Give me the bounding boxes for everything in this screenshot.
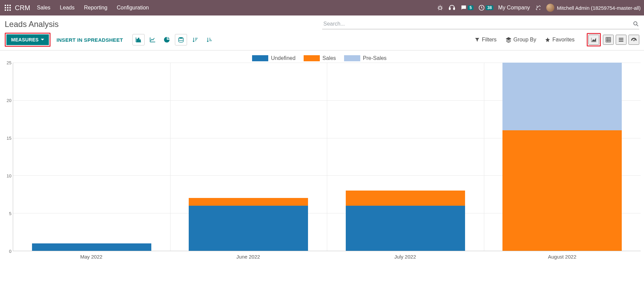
bar-column (484, 63, 641, 251)
search-icon[interactable] (633, 21, 639, 27)
pie-chart-button[interactable] (161, 34, 173, 45)
svg-rect-3 (5, 7, 6, 8)
dashboard-view-button[interactable] (628, 35, 639, 45)
pivot-view-button[interactable] (603, 35, 614, 45)
sort-desc-button[interactable] (189, 34, 201, 45)
search-input[interactable] (322, 19, 633, 29)
groupby-label: Group By (514, 37, 536, 43)
favorites-button[interactable]: Favorites (542, 35, 577, 44)
layers-icon (505, 37, 512, 43)
control-panel-bottom: MEASURES INSERT IN SPREADSHEET Filters (0, 31, 644, 50)
list-view-button[interactable] (616, 35, 626, 45)
chart-type-buttons (132, 34, 215, 45)
apps-icon[interactable] (3, 3, 12, 12)
bar-column (327, 63, 484, 251)
graph-view-button[interactable] (588, 35, 599, 45)
svg-rect-11 (454, 8, 455, 10)
filter-icon (474, 37, 480, 42)
menu-configuration[interactable]: Configuration (117, 5, 149, 11)
support-icon[interactable] (448, 4, 456, 11)
user-name: Mitchell Admin (18259754-master-all) (557, 5, 641, 11)
svg-rect-0 (5, 5, 6, 6)
y-axis: 0510152025 (3, 63, 13, 251)
activity-icon[interactable]: 38 (478, 4, 493, 11)
chart-plot: 0510152025 (3, 63, 641, 251)
y-tick: 20 (7, 98, 11, 103)
bar-segment[interactable] (189, 206, 308, 251)
bar-segment[interactable] (502, 63, 622, 130)
app-brand[interactable]: CRM (15, 4, 30, 12)
bar-stack[interactable] (189, 63, 308, 251)
legend-swatch (344, 55, 360, 61)
control-panel-top: Leads Analysis (0, 15, 644, 31)
plot-body (13, 63, 641, 251)
graph-view-highlight (587, 33, 601, 46)
filters-label: Filters (482, 37, 497, 43)
svg-rect-8 (9, 9, 11, 11)
debug-icon[interactable] (535, 4, 542, 11)
svg-rect-5 (9, 7, 11, 8)
svg-rect-15 (138, 38, 139, 42)
page-title: Leads Analysis (5, 20, 59, 29)
svg-rect-7 (7, 9, 8, 11)
bug-icon[interactable] (437, 4, 443, 11)
x-label: August 2022 (484, 251, 641, 260)
svg-rect-10 (449, 8, 451, 10)
svg-rect-1 (7, 5, 8, 6)
x-label: June 2022 (170, 251, 327, 260)
legend-label: Pre-Sales (363, 55, 387, 61)
bar-segment[interactable] (502, 130, 622, 251)
legend-item[interactable]: Sales (304, 55, 336, 61)
bar-stack[interactable] (502, 63, 622, 251)
top-navbar: CRM Sales Leads Reporting Configuration … (0, 0, 644, 15)
activity-badge: 38 (486, 5, 493, 10)
bar-column (170, 63, 327, 251)
y-tick: 15 (7, 136, 11, 141)
sort-asc-button[interactable] (203, 34, 215, 45)
messages-icon[interactable]: 5 (460, 4, 473, 11)
measures-button[interactable]: MEASURES (6, 34, 49, 45)
legend-label: Sales (323, 55, 336, 61)
bar-segment[interactable] (346, 206, 465, 251)
svg-rect-2 (9, 5, 11, 6)
bars (13, 63, 641, 251)
bar-segment[interactable] (346, 191, 465, 206)
svg-rect-6 (5, 9, 6, 11)
bar-stack[interactable] (346, 63, 465, 251)
menu-reporting[interactable]: Reporting (84, 5, 107, 11)
menu-leads[interactable]: Leads (60, 5, 75, 11)
y-tick: 25 (7, 60, 11, 65)
groupby-button[interactable]: Group By (503, 35, 539, 44)
search-bar[interactable] (322, 19, 640, 29)
svg-point-9 (439, 7, 441, 9)
main-menu: Sales Leads Reporting Configuration (37, 5, 149, 11)
legend-swatch (304, 55, 320, 61)
legend-item[interactable]: Undefined (252, 55, 296, 61)
company-selector[interactable]: My Company (498, 5, 530, 11)
menu-sales[interactable]: Sales (37, 5, 51, 11)
messages-badge: 5 (468, 5, 473, 10)
user-menu[interactable]: Mitchell Admin (18259754-master-all) (546, 4, 641, 12)
svg-rect-4 (7, 7, 8, 8)
x-axis: May 2022June 2022July 2022August 2022 (13, 251, 641, 260)
measures-highlight: MEASURES (5, 33, 51, 47)
filters-button[interactable]: Filters (472, 35, 499, 44)
svg-rect-18 (606, 37, 611, 42)
bar-segment[interactable] (189, 198, 308, 205)
avatar (546, 4, 554, 12)
star-icon (545, 37, 550, 42)
stacked-toggle-button[interactable] (175, 34, 187, 45)
insert-spreadsheet-button[interactable]: INSERT IN SPREADSHEET (54, 35, 126, 45)
line-chart-button[interactable] (147, 34, 159, 45)
chart-container: UndefinedSalesPre-Sales 0510152025 May 2… (0, 50, 644, 260)
bar-chart-button[interactable] (132, 34, 145, 45)
legend-item[interactable]: Pre-Sales (344, 55, 387, 61)
bar-stack[interactable] (32, 63, 151, 251)
bar-column (13, 63, 170, 251)
measures-label: MEASURES (11, 37, 39, 42)
svg-rect-14 (137, 39, 138, 42)
chart-legend: UndefinedSalesPre-Sales (3, 53, 641, 63)
bar-segment[interactable] (32, 243, 151, 251)
x-label: May 2022 (13, 251, 170, 260)
y-tick: 10 (7, 173, 11, 178)
